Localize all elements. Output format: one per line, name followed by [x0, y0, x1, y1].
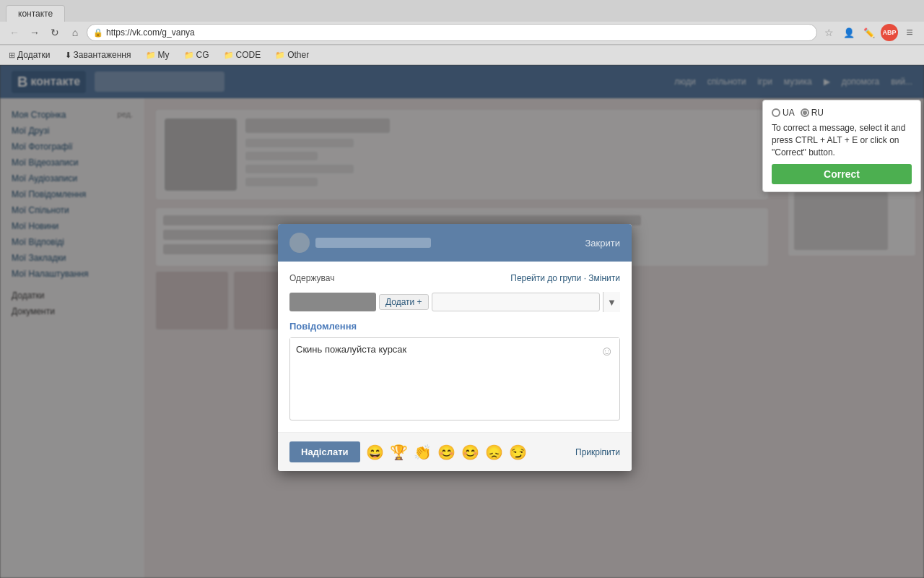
browser-topbar: контакте ← → ↻ ⌂ 🔒 https://vk.com/g_vany… — [0, 0, 924, 45]
dialog-avatar — [289, 233, 310, 253]
forward-button[interactable]: → — [26, 24, 43, 41]
bookmark-apps-label: Додатки — [17, 50, 51, 60]
emoji-5[interactable]: 😊 — [461, 444, 479, 461]
back-button[interactable]: ← — [6, 24, 23, 41]
dialog-to-label: Одержувач — [289, 273, 334, 283]
bookmark-my[interactable]: 📁 My — [143, 48, 173, 61]
dialog-recipient-name — [315, 238, 431, 248]
dialog-body: Одержувач Перейти до групи · Змінити Дод… — [278, 262, 632, 432]
dialog-title-area — [289, 233, 431, 253]
emoji-4[interactable]: 😊 — [437, 444, 456, 461]
recipient-tag[interactable] — [289, 293, 376, 311]
add-recipient-button[interactable]: Додати + — [379, 294, 429, 310]
bookmark-cg-label: CG — [196, 50, 209, 60]
recipients-dropdown[interactable] — [432, 293, 600, 311]
folder-my-icon: 📁 — [146, 51, 156, 60]
bookmarks-bar: ⊞ Додатки ⬇ Завантаження 📁 My 📁 CG 📁 COD… — [0, 45, 924, 65]
emoji-picker-icon[interactable]: ☺ — [601, 344, 614, 359]
spell-lang-selector: UA RU — [772, 108, 912, 118]
emoji-3[interactable]: 👏 — [414, 444, 432, 461]
download-icon: ⬇ — [65, 51, 71, 60]
bookmark-my-label: My — [158, 50, 170, 60]
message-section-label: Повідомлення — [289, 321, 620, 332]
emoji-1[interactable]: 😄 — [366, 444, 384, 461]
bookmark-other-label: Other — [287, 50, 309, 60]
browser-controls: ← → ↻ ⌂ 🔒 https://vk.com/g_vanya ☆ 👤 ✏️ … — [0, 22, 924, 44]
home-button[interactable]: ⌂ — [66, 24, 84, 41]
bookmark-code[interactable]: 📁 CODE — [221, 48, 264, 61]
address-bar[interactable]: 🔒 https://vk.com/g_vanya — [87, 24, 817, 41]
emoji-2[interactable]: 🏆 — [390, 444, 408, 461]
dialog-footer: Надіслати 😄 🏆 👏 😊 😊 😞 😏 Прикріпити — [278, 432, 632, 471]
tab-label: контакте — [18, 9, 53, 19]
browser-content: В контакте люди спільноти ігри музика ▶ … — [0, 65, 924, 578]
browser-frame: контакте ← → ↻ ⌂ 🔒 https://vk.com/g_vany… — [0, 0, 924, 578]
dialog-close-button[interactable]: Закрити — [585, 238, 620, 249]
browser-tabs: контакте — [0, 0, 924, 22]
pencil-icon[interactable]: ✏️ — [860, 24, 878, 41]
adblock-button[interactable]: ABP — [881, 24, 898, 41]
active-tab[interactable]: контакте — [6, 5, 65, 22]
recipients-expand-button[interactable]: ▼ — [603, 292, 620, 312]
emoji-6[interactable]: 😞 — [485, 444, 503, 461]
message-dialog: Закрити Одержувач Перейти до групи · Змі… — [278, 224, 632, 471]
bookmark-cg[interactable]: 📁 CG — [181, 48, 212, 61]
folder-other-icon: 📁 — [275, 51, 285, 60]
bookmark-download-label: Завантаження — [74, 50, 131, 60]
menu-button[interactable]: ≡ — [901, 24, 918, 41]
lock-icon: 🔒 — [93, 28, 103, 38]
lang-ru-radio[interactable] — [801, 108, 809, 117]
emoji-7[interactable]: 😏 — [509, 444, 527, 461]
correct-button[interactable]: Correct — [772, 164, 912, 184]
folder-cg-icon: 📁 — [184, 51, 194, 60]
bookmark-star-icon[interactable]: ☆ — [820, 24, 837, 41]
dialog-to-row: Одержувач Перейти до групи · Змінити — [289, 273, 620, 283]
folder-code-icon: 📁 — [224, 51, 234, 60]
dialog-to-link[interactable]: Перейти до групи · Змінити — [510, 273, 620, 283]
dialog-header: Закрити — [278, 224, 632, 262]
message-textarea-wrap: Скинь пожалуйста курсак ☺ — [289, 337, 620, 420]
attach-button[interactable]: Прикріпити — [575, 447, 620, 457]
lang-ru-label: RU — [811, 108, 824, 118]
bookmark-apps[interactable]: ⊞ Додатки — [6, 48, 53, 61]
lang-ua-option[interactable]: UA — [772, 108, 795, 118]
apps-grid-icon: ⊞ — [9, 51, 15, 60]
person-icon[interactable]: 👤 — [840, 24, 858, 41]
spell-checker-popup: UA RU To correct a message, select it an… — [762, 100, 921, 192]
bookmark-other[interactable]: 📁 Other — [272, 48, 312, 61]
bookmark-code-label: CODE — [236, 50, 261, 60]
reload-button[interactable]: ↻ — [46, 24, 64, 41]
send-button[interactable]: Надіслати — [289, 441, 360, 462]
bookmark-download[interactable]: ⬇ Завантаження — [62, 48, 134, 61]
spell-instructions: To correct a message, select it and pres… — [772, 122, 912, 158]
lang-ru-option[interactable]: RU — [801, 108, 824, 118]
add-recipient-label: Додати + — [385, 297, 422, 307]
url-text: https://vk.com/g_vanya — [106, 27, 811, 38]
message-textarea[interactable]: Скинь пожалуйста курсак — [290, 338, 619, 418]
recipients-row: Додати + ▼ — [289, 292, 620, 312]
lang-ua-radio[interactable] — [772, 108, 780, 117]
lang-ua-label: UA — [783, 108, 795, 118]
